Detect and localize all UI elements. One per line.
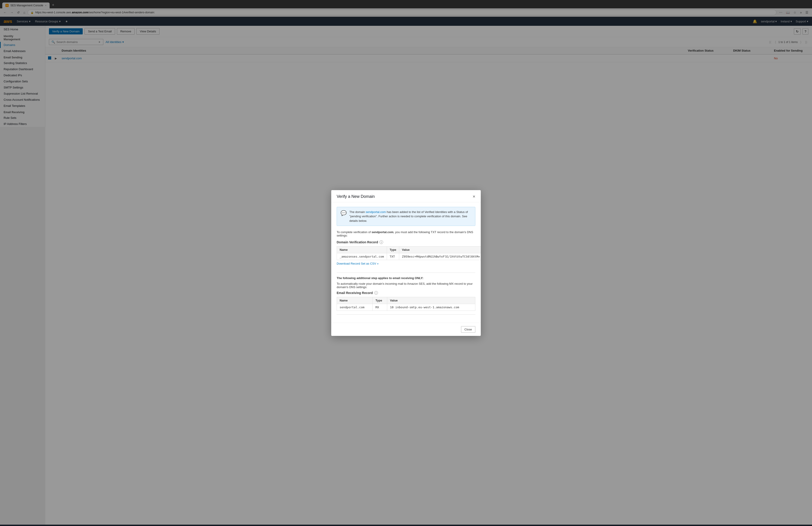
email-receiving-info-icon[interactable]: i (374, 291, 378, 295)
modal-body: 💬 The domain sendportal.com has been add… (331, 202, 481, 323)
intro-domain: sendportal.com (372, 230, 393, 234)
dns-col-type-1: Type (387, 246, 399, 253)
domain-verification-info-icon[interactable]: i (379, 240, 383, 244)
modal-footer: Close (331, 323, 481, 336)
dns-col-value-1: Value (399, 246, 481, 253)
dns-type-1: TXT (387, 253, 399, 260)
dns-table-2: Name Type Value sendportal.com MX 10 inb… (337, 297, 475, 311)
dns-value-2: 10 inbound-smtp.eu-west-1.amazonaws.com (387, 304, 475, 311)
domain-verification-header: Domain Verification Record i (337, 240, 475, 244)
info-domain-link[interactable]: sendportal.com (366, 210, 386, 214)
download-csv-link[interactable]: Download Record Set as CSV » (337, 262, 379, 265)
domain-verification-label: Domain Verification Record (337, 240, 378, 244)
modal-title: Verify a New Domain (337, 194, 375, 199)
dns-col-type-2: Type (373, 297, 387, 304)
dns-table-1: Name Type Value _amazonses.sendportal.co… (337, 246, 481, 260)
info-banner: 💬 The domain sendportal.com has been add… (337, 207, 475, 226)
modal-header: Verify a New Domain × (331, 190, 481, 202)
receiving-note-text: To automatically route your domain's inc… (337, 282, 475, 289)
modal-close-button[interactable]: Close (461, 326, 475, 333)
dns-col-name-1: Name (337, 246, 387, 253)
dns-type-2: MX (373, 304, 387, 311)
email-receiving-header: Email Receiving Record i (337, 291, 475, 295)
verify-domain-modal: Verify a New Domain × 💬 The domain sendp… (331, 190, 481, 336)
dns-name-2: sendportal.com (337, 304, 373, 311)
dns-col-name-2: Name (337, 297, 373, 304)
divider-2 (337, 314, 475, 315)
modal-overlay: Verify a New Domain × 💬 The domain sendp… (0, 0, 812, 526)
receiving-note-title: The following additional step applies to… (337, 276, 475, 280)
divider-1 (337, 272, 475, 273)
dns-col-value-2: Value (387, 297, 475, 304)
modal-close-btn[interactable]: × (473, 194, 475, 199)
dns-row-1: _amazonses.sendportal.com TXT Z959esc+M4… (337, 253, 481, 260)
verification-intro: To complete verification of sendportal.c… (337, 230, 475, 237)
email-receiving-label: Email Receiving Record (337, 291, 373, 295)
dns-row-2: sendportal.com MX 10 inbound-smtp.eu-wes… (337, 304, 475, 311)
dns-name-1: _amazonses.sendportal.com (337, 253, 387, 260)
info-banner-text: The domain sendportal.com has been added… (349, 210, 472, 223)
info-chat-icon: 💬 (340, 210, 347, 216)
dns-value-1: Z959esc+M4pwvtdRG1hBwYxFlE/1hVtUtwTCS6l0… (399, 253, 481, 260)
